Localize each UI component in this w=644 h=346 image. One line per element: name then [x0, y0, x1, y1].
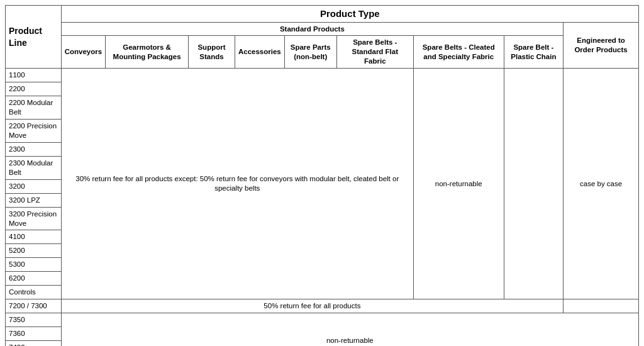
product-line-name: 3200 LPZ: [6, 193, 62, 207]
standard-products-header: Standard Products: [61, 22, 563, 36]
product-line-name: 7350: [6, 313, 62, 327]
product-table: Product Line Product Type Standard Produ…: [5, 5, 639, 346]
product-line-name: 2200: [6, 82, 62, 96]
product-line-name: 2300: [6, 142, 62, 156]
table-row: 7200 / 730050% return fee for all produc…: [6, 299, 639, 313]
product-line-name: 2200 Precision Move: [6, 120, 62, 143]
product-line-name: 4100: [6, 230, 62, 244]
product-line-name: 3200: [6, 179, 62, 193]
product-type-header: Product Type: [61, 6, 638, 23]
table-row: 110030% return fee for all products exce…: [6, 69, 639, 82]
col-spare-belt-plastic: Spare Belt - Plastic Chain: [504, 36, 564, 69]
product-line-name: 5300: [6, 258, 62, 272]
col-support-stands: Support Stands: [189, 36, 235, 69]
group3-content-cell: non-returnable: [61, 313, 638, 346]
col-spare-belts-standard: Spare Belts - Standard Flat Fabric: [336, 36, 413, 69]
engineered-header: Engineered to Order Products: [564, 22, 639, 69]
col-conveyors: Conveyors: [61, 36, 105, 69]
group1-case-by-case: case by case: [564, 69, 639, 299]
product-line-name: 7360: [6, 327, 62, 341]
product-line-name: 7400: [6, 340, 62, 346]
group2-content-cell: 50% return fee for all products: [61, 299, 563, 313]
group1-content-cell: 30% return fee for all products except: …: [61, 69, 413, 299]
col-gearmotors: Gearmotors & Mounting Packages: [106, 36, 189, 69]
col-accessories: Accessories: [235, 36, 284, 69]
col-spare-belts-cleated: Spare Belts - Cleated and Specialty Fabr…: [413, 36, 504, 69]
group1-non-returnable: non-returnable: [413, 69, 504, 299]
product-line-name: 6200: [6, 272, 62, 286]
product-line-name: 7200 / 7300: [6, 299, 62, 313]
product-line-name: 1100: [6, 69, 62, 82]
product-line-header: Product Line: [6, 6, 62, 69]
product-line-name: 5200: [6, 244, 62, 258]
table-row: 7350non-returnable: [6, 313, 639, 327]
product-line-name: 3200 Precision Move: [6, 207, 62, 230]
product-line-name: 2200 Modular Belt: [6, 96, 62, 120]
group2-engineered: [564, 299, 639, 313]
product-line-name: Controls: [6, 286, 62, 299]
product-line-name: 2300 Modular Belt: [6, 156, 62, 179]
col-spare-parts: Spare Parts (non-belt): [284, 36, 336, 69]
group1-non-returnable-2: [504, 69, 564, 299]
